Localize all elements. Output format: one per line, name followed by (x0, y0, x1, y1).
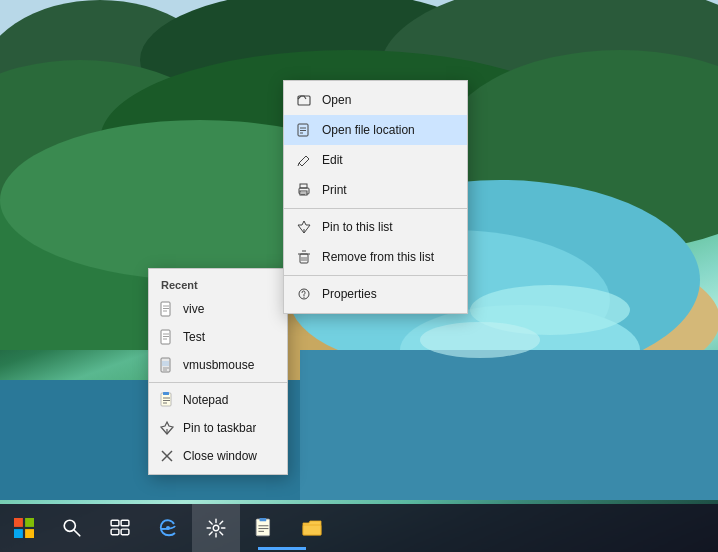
jump-item-vmusbmouse[interactable]: vmusbmouse (149, 351, 287, 379)
svg-rect-27 (162, 361, 169, 366)
print-label: Print (322, 183, 347, 197)
svg-rect-65 (111, 520, 119, 526)
svg-line-64 (74, 530, 80, 536)
svg-rect-62 (25, 529, 34, 538)
jump-list-section-header: Recent (149, 277, 287, 295)
pin-to-list-label: Pin to this list (322, 220, 393, 234)
pin-action-icon (159, 420, 175, 436)
context-menu-print[interactable]: Print (284, 175, 467, 205)
open-location-icon (296, 122, 312, 138)
svg-point-17 (420, 322, 540, 358)
document-image-icon (159, 357, 175, 373)
jump-item-label: Notepad (183, 393, 228, 407)
jump-action-close-window[interactable]: Close window (149, 442, 287, 470)
context-menu-remove-from-list[interactable]: Remove from this list (284, 242, 467, 272)
jump-item-vive[interactable]: vive (149, 295, 287, 323)
context-menu-properties[interactable]: Properties (284, 279, 467, 309)
edit-icon (296, 152, 312, 168)
svg-rect-15 (300, 350, 718, 500)
document-icon (159, 301, 175, 317)
svg-rect-72 (260, 518, 267, 521)
edit-label: Edit (322, 153, 343, 167)
svg-rect-39 (298, 124, 308, 136)
svg-rect-67 (111, 529, 119, 535)
svg-rect-31 (163, 392, 169, 395)
jump-item-label: vive (183, 302, 204, 316)
jump-item-label: Test (183, 330, 205, 344)
context-menu: Open Open file location Edit (283, 80, 468, 314)
jump-item-label: Close window (183, 449, 257, 463)
print-icon (296, 182, 312, 198)
context-menu-pin-to-list[interactable]: Pin to this list (284, 212, 467, 242)
context-menu-open[interactable]: Open (284, 85, 467, 115)
svg-rect-76 (303, 525, 321, 535)
properties-label: Properties (322, 287, 377, 301)
svg-rect-71 (256, 519, 269, 536)
close-window-icon (159, 448, 175, 464)
properties-icon (296, 286, 312, 302)
svg-rect-46 (300, 184, 307, 188)
svg-rect-18 (161, 302, 170, 316)
jump-action-notepad[interactable]: Notepad (149, 386, 287, 414)
svg-point-70 (213, 525, 219, 531)
svg-point-69 (166, 526, 170, 530)
svg-rect-22 (161, 330, 170, 344)
search-button[interactable] (48, 504, 96, 552)
remove-from-list-label: Remove from this list (322, 250, 434, 264)
jump-separator (149, 382, 287, 383)
context-menu-open-file-location[interactable]: Open file location (284, 115, 467, 145)
open-icon (296, 92, 312, 108)
open-file-location-label: Open file location (322, 123, 415, 137)
svg-rect-60 (25, 518, 34, 527)
start-button[interactable] (0, 504, 48, 552)
svg-point-58 (303, 297, 304, 298)
jump-item-test[interactable]: Test (149, 323, 287, 351)
edge-button[interactable] (144, 504, 192, 552)
document-icon (159, 329, 175, 345)
svg-line-44 (298, 163, 299, 166)
context-menu-separator-2 (284, 275, 467, 276)
taskbar (0, 504, 718, 552)
jump-list: Recent vive Test (148, 268, 288, 475)
active-app-indicator (258, 547, 306, 550)
jump-item-label: Pin to taskbar (183, 421, 256, 435)
jump-item-label: vmusbmouse (183, 358, 254, 372)
context-menu-edit[interactable]: Edit (284, 145, 467, 175)
pin-to-list-icon (296, 219, 312, 235)
svg-rect-68 (121, 529, 129, 535)
task-view-button[interactable] (96, 504, 144, 552)
jump-action-pin-taskbar[interactable]: Pin to taskbar (149, 414, 287, 442)
context-menu-separator-1 (284, 208, 467, 209)
svg-rect-59 (14, 518, 23, 527)
notepad-taskbar-button[interactable] (240, 504, 288, 552)
open-label: Open (322, 93, 351, 107)
svg-rect-66 (121, 520, 129, 526)
remove-from-list-icon (296, 249, 312, 265)
notepad-app-icon (159, 392, 175, 408)
svg-rect-61 (14, 529, 23, 538)
svg-line-43 (306, 156, 309, 159)
settings-button[interactable] (192, 504, 240, 552)
explorer-button[interactable] (288, 504, 336, 552)
